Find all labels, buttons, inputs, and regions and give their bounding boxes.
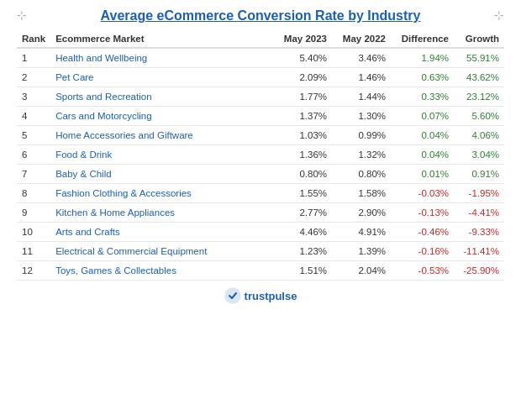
market-link[interactable]: Kitchen & Home Appliances: [55, 207, 175, 218]
may2023-cell: 5.40%: [273, 48, 332, 68]
market-link[interactable]: Baby & Child: [55, 169, 111, 179]
trustpulse-logo-icon: [224, 287, 241, 304]
growth-cell: -1.95%: [454, 184, 504, 203]
may2022-cell: 0.99%: [332, 126, 391, 145]
market-cell: Kitchen & Home Appliances: [50, 203, 273, 223]
col-header-may2022: May 2022: [332, 30, 391, 48]
rank-cell: 7: [17, 165, 50, 184]
table-row: 7Baby & Child0.80%0.80%0.01%0.91%: [17, 165, 504, 184]
may2022-cell: 1.58%: [332, 184, 391, 203]
col-header-difference: Difference: [391, 30, 454, 48]
market-cell: Fashion Clothing & Accessories: [50, 184, 273, 203]
conversion-rate-table: Rank Ecommerce Market May 2023 May 2022 …: [17, 30, 504, 281]
rank-cell: 9: [17, 203, 50, 223]
market-cell: Cars and Motorcycling: [50, 107, 273, 126]
difference-cell: 0.63%: [391, 68, 454, 87]
difference-cell: 1.94%: [391, 48, 454, 68]
growth-cell: -9.33%: [454, 223, 504, 242]
growth-cell: 3.04%: [454, 145, 504, 165]
growth-cell: -11.41%: [454, 242, 504, 261]
page-title: Average eCommerce Conversion Rate by Ind…: [101, 8, 421, 24]
growth-cell: 0.91%: [454, 165, 504, 184]
table-row: 2Pet Care2.09%1.46%0.63%43.62%: [17, 68, 504, 87]
may2023-cell: 1.03%: [273, 126, 332, 145]
table-row: 11Electrical & Commercial Equipment1.23%…: [17, 242, 504, 261]
difference-cell: -0.46%: [391, 223, 454, 242]
may2023-cell: 0.80%: [273, 165, 332, 184]
growth-cell: 43.62%: [454, 68, 504, 87]
difference-cell: -0.03%: [391, 184, 454, 203]
may2023-cell: 1.37%: [273, 107, 332, 126]
growth-cell: 55.91%: [454, 48, 504, 68]
growth-cell: 4.06%: [454, 126, 504, 145]
growth-cell: 23.12%: [454, 87, 504, 107]
market-link[interactable]: Food & Drink: [55, 150, 112, 160]
difference-cell: 0.07%: [391, 107, 454, 126]
title-container: ⊹ Average eCommerce Conversion Rate by I…: [17, 8, 504, 24]
col-header-growth: Growth: [454, 30, 504, 48]
rank-cell: 8: [17, 184, 50, 203]
may2022-cell: 1.46%: [332, 68, 391, 87]
may2022-cell: 1.32%: [332, 145, 391, 165]
table-row: 5Home Accessories and Giftware1.03%0.99%…: [17, 126, 504, 145]
may2023-cell: 2.09%: [273, 68, 332, 87]
rank-cell: 4: [17, 107, 50, 126]
market-link[interactable]: Electrical & Commercial Equipment: [55, 246, 207, 256]
market-cell: Sports and Recreation: [50, 87, 273, 107]
rank-cell: 11: [17, 242, 50, 261]
may2022-cell: 1.30%: [332, 107, 391, 126]
may2022-cell: 2.90%: [332, 203, 391, 223]
may2023-cell: 1.77%: [273, 87, 332, 107]
market-link[interactable]: Toys, Games & Collectables: [55, 265, 176, 276]
may2023-cell: 1.51%: [273, 261, 332, 281]
market-cell: Toys, Games & Collectables: [50, 261, 273, 281]
difference-cell: 0.04%: [391, 145, 454, 165]
market-link[interactable]: Fashion Clothing & Accessories: [55, 188, 192, 198]
rank-cell: 12: [17, 261, 50, 281]
table-header-row: Rank Ecommerce Market May 2023 May 2022 …: [17, 30, 504, 48]
market-cell: Health and Wellbeing: [50, 48, 273, 68]
market-cell: Electrical & Commercial Equipment: [50, 242, 273, 261]
market-link[interactable]: Sports and Recreation: [55, 92, 151, 102]
col-header-market: Ecommerce Market: [50, 30, 273, 48]
market-cell: Food & Drink: [50, 145, 273, 165]
may2023-cell: 1.36%: [273, 145, 332, 165]
brand-name: trustpulse: [245, 290, 297, 302]
rank-cell: 1: [17, 48, 50, 68]
difference-cell: -0.53%: [391, 261, 454, 281]
may2023-cell: 4.46%: [273, 223, 332, 242]
market-link[interactable]: Cars and Motorcycling: [55, 111, 151, 121]
may2023-cell: 1.23%: [273, 242, 332, 261]
rank-cell: 6: [17, 145, 50, 165]
difference-cell: -0.16%: [391, 242, 454, 261]
rank-cell: 2: [17, 68, 50, 87]
market-cell: Baby & Child: [50, 165, 273, 184]
may2023-cell: 1.55%: [273, 184, 332, 203]
market-cell: Home Accessories and Giftware: [50, 126, 273, 145]
growth-cell: 5.60%: [454, 107, 504, 126]
corner-icon-tr: ⊹: [494, 8, 504, 22]
table-row: 10Arts and Crafts4.46%4.91%-0.46%-9.33%: [17, 223, 504, 242]
table-row: 4Cars and Motorcycling1.37%1.30%0.07%5.6…: [17, 107, 504, 126]
difference-cell: -0.13%: [391, 203, 454, 223]
market-link[interactable]: Home Accessories and Giftware: [55, 130, 193, 140]
market-link[interactable]: Arts and Crafts: [55, 227, 120, 237]
market-cell: Pet Care: [50, 68, 273, 87]
may2022-cell: 1.44%: [332, 87, 391, 107]
may2023-cell: 2.77%: [273, 203, 332, 223]
market-link[interactable]: Health and Wellbeing: [55, 53, 147, 63]
rank-cell: 3: [17, 87, 50, 107]
rank-cell: 5: [17, 126, 50, 145]
table-row: 6Food & Drink1.36%1.32%0.04%3.04%: [17, 145, 504, 165]
may2022-cell: 0.80%: [332, 165, 391, 184]
table-row: 12Toys, Games & Collectables1.51%2.04%-0…: [17, 261, 504, 281]
may2022-cell: 2.04%: [332, 261, 391, 281]
market-link[interactable]: Pet Care: [55, 72, 93, 82]
col-header-may2023: May 2023: [273, 30, 332, 48]
table-row: 3Sports and Recreation1.77%1.44%0.33%23.…: [17, 87, 504, 107]
growth-cell: -4.41%: [454, 203, 504, 223]
difference-cell: 0.01%: [391, 165, 454, 184]
svg-point-0: [225, 288, 240, 303]
difference-cell: 0.04%: [391, 126, 454, 145]
corner-icon-tl: ⊹: [17, 8, 27, 22]
